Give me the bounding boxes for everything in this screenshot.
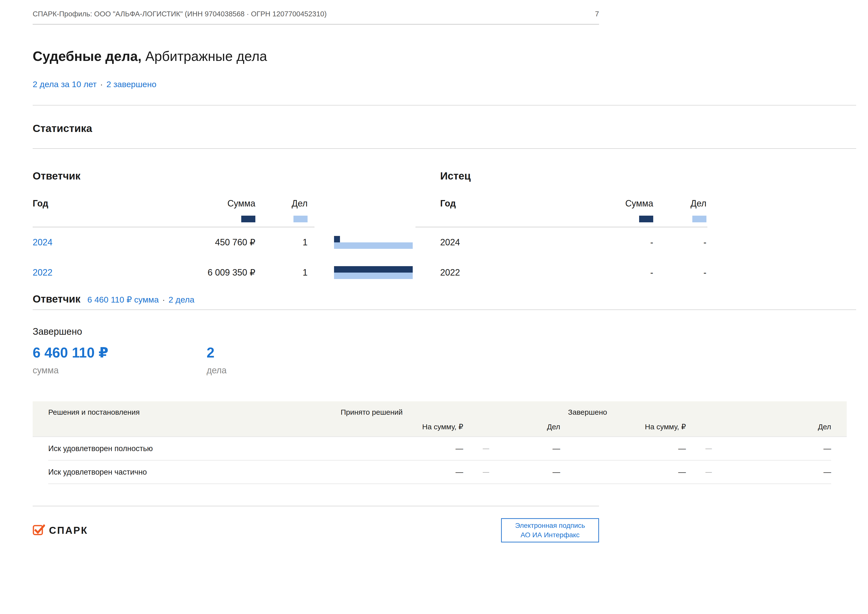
bar-chart-2024 — [334, 236, 413, 249]
page-title-bold: Судебные дела, — [33, 48, 141, 64]
accepted-cases-value: — — [489, 444, 560, 453]
completed-sum-header: На сумму, ₽ — [560, 422, 686, 431]
defendant-col-sum: Сумма — [132, 198, 255, 209]
decisions-table-header: Решения и постановления Принято решений … — [33, 401, 847, 437]
sum-bar — [334, 236, 340, 242]
completed-summary: 6 460 110 ₽ сумма 2 дела — [33, 344, 868, 376]
footer: СПАРК Электронная подпись АО ИА Интерфак… — [33, 518, 599, 542]
footer-divider — [33, 506, 599, 506]
defendant-year-link[interactable]: 2024 — [33, 237, 53, 247]
defendant-cases-value: 1 — [255, 267, 308, 278]
electronic-signature-box[interactable]: Электронная подпись АО ИА Интерфакс — [501, 518, 599, 542]
spark-logo-text: СПАРК — [49, 525, 88, 536]
completed-count-link[interactable]: 2 завершено — [106, 79, 157, 89]
defendant-year-link[interactable]: 2022 — [33, 267, 53, 278]
sum-legend-swatch — [241, 216, 255, 222]
totals-heading: Ответчик — [33, 293, 81, 305]
accepted-delta-value: — — [463, 445, 489, 452]
completed-cases-value: 2 — [207, 344, 227, 361]
bar-chart-2022 — [334, 266, 413, 279]
completed-sum-value: — — [560, 444, 686, 453]
defendant-heading: Ответчик — [33, 170, 81, 182]
doc-header: СПАРК-Профиль: ООО "АЛЬФА-ЛОГИСТИК" (ИНН… — [33, 10, 599, 25]
sum-bar — [334, 266, 413, 273]
plaintiff-cases-value: - — [653, 237, 707, 247]
accepted-sum-value: — — [280, 444, 463, 453]
defendant-col-year: Год — [33, 198, 132, 209]
plaintiff-col-cases: Дел — [653, 198, 707, 209]
sum-legend-swatch — [639, 216, 653, 222]
accepted-sum-value: — — [280, 468, 463, 477]
defendant-col-cases: Дел — [255, 198, 308, 209]
cases-legend-swatch — [293, 216, 308, 222]
accepted-cases-header: Дел — [489, 423, 560, 431]
statistics-heading: Статистика — [33, 122, 868, 134]
completed-sum-value: 6 460 110 ₽ — [33, 344, 207, 361]
defendant-sum-value: 6 009 350 ₽ — [132, 267, 255, 278]
completed-sum-value: — — [560, 468, 686, 477]
plaintiff-year: 2022 — [415, 267, 539, 278]
defendant-cases-value: 1 — [255, 237, 308, 247]
completed-label: Завершено — [33, 326, 868, 337]
plaintiff-year: 2024 — [415, 237, 539, 247]
plaintiff-col-sum: Сумма — [539, 198, 653, 209]
defendant-sum-value: 450 760 ₽ — [132, 237, 255, 247]
doc-header-title: СПАРК-Профиль: ООО "АЛЬФА-ЛОГИСТИК" (ИНН… — [33, 10, 327, 18]
plaintiff-heading: Истец — [415, 170, 471, 182]
table-header-rule — [415, 227, 707, 227]
spark-logo-icon — [33, 524, 45, 537]
decision-row: Иск удовлетворен полностью — — — — — — — [48, 437, 831, 460]
group-accepted-header: Принято решений — [280, 408, 463, 417]
table-header-rule — [33, 227, 315, 227]
accepted-sum-header: На сумму, ₽ — [280, 422, 463, 431]
separator-dot: · — [162, 295, 165, 305]
plaintiff-sum-value: - — [539, 267, 653, 278]
decisions-table: Решения и постановления Принято решений … — [33, 401, 847, 484]
defendant-totals: Ответчик 6 460 110 ₽ сумма · 2 дела — [33, 293, 868, 305]
plaintiff-col-year: Год — [415, 198, 539, 209]
cases-count-link[interactable]: 2 дела за 10 лет — [33, 79, 97, 89]
completed-cases-value: — — [712, 444, 831, 453]
group-completed-header: Завершено — [489, 408, 686, 417]
divider — [33, 105, 856, 106]
decision-label: Иск удовлетворен полностью — [48, 444, 280, 453]
separator-dot: · — [100, 79, 103, 89]
cases-bar — [334, 242, 413, 249]
stats-row-2024: 2024 450 760 ₽ 1 2024 - - — [33, 227, 868, 258]
divider — [33, 309, 856, 310]
signature-line-1: Электронная подпись — [503, 521, 597, 530]
completed-cases-header: Дел — [712, 423, 831, 431]
page-number: 7 — [595, 10, 599, 18]
decision-label: Иск удовлетворен частично — [48, 468, 280, 477]
summary-links: 2 дела за 10 лет · 2 завершено — [33, 79, 868, 89]
divider — [33, 148, 856, 149]
decisions-label-header: Решения и постановления — [48, 408, 280, 417]
page-title-regular: Арбитражные дела — [145, 48, 267, 64]
cases-legend-swatch — [692, 216, 707, 222]
spark-logo: СПАРК — [33, 524, 88, 537]
cases-bar — [334, 273, 413, 279]
completed-delta-value: — — [686, 445, 712, 452]
page-title: Судебные дела, Арбитражные дела — [33, 48, 868, 64]
completed-cases-value: — — [712, 468, 831, 477]
totals-cases-link[interactable]: 2 дела — [169, 295, 194, 305]
plaintiff-cases-value: - — [653, 267, 707, 278]
statistics-section: Ответчик Истец Год Сумма Дел Год Сумма Д… — [33, 170, 868, 288]
plaintiff-sum-value: - — [539, 237, 653, 247]
completed-delta-value: — — [686, 468, 712, 476]
accepted-delta-value: — — [463, 468, 489, 476]
stats-row-2022: 2022 6 009 350 ₽ 1 2022 - - — [33, 258, 868, 288]
completed-cases-caption: дела — [207, 365, 227, 376]
decision-row: Иск удовлетворен частично — — — — — — — [48, 460, 831, 484]
totals-sum-link[interactable]: 6 460 110 ₽ сумма — [87, 295, 159, 305]
completed-sum-caption: сумма — [33, 365, 207, 376]
accepted-cases-value: — — [489, 468, 560, 477]
signature-line-2: АО ИА Интерфакс — [503, 530, 597, 540]
